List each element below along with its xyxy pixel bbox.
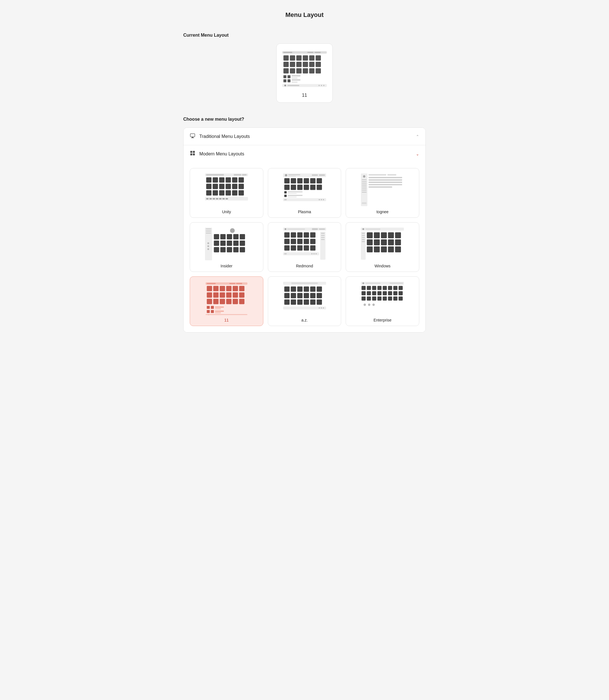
- layout-card-windows[interactable]: Windows: [346, 222, 419, 272]
- svg-rect-120: [206, 228, 211, 229]
- svg-rect-129: [214, 241, 219, 246]
- svg-rect-226: [206, 314, 247, 315]
- unity-preview: [194, 173, 259, 207]
- svg-rect-130: [220, 241, 226, 246]
- tognee-preview: [350, 173, 415, 207]
- svg-rect-98: [284, 199, 286, 200]
- svg-rect-208: [220, 292, 225, 298]
- svg-rect-41: [190, 153, 192, 155]
- svg-rect-67: [209, 198, 212, 200]
- svg-rect-248: [304, 300, 309, 305]
- accordion-traditional-header[interactable]: Traditional Menu Layouts ⌃: [184, 128, 425, 145]
- svg-point-99: [318, 199, 320, 200]
- svg-rect-204: [232, 286, 238, 291]
- svg-point-169: [311, 253, 312, 254]
- svg-rect-81: [297, 178, 302, 184]
- svg-rect-216: [232, 299, 238, 304]
- layout-card-enterprise[interactable]: Enterprise: [346, 276, 419, 326]
- svg-rect-158: [291, 239, 296, 244]
- svg-rect-205: [239, 286, 244, 291]
- layout-card-plasma[interactable]: Plasma: [268, 168, 342, 218]
- layout-card-unity[interactable]: Unity: [190, 168, 263, 218]
- svg-rect-62: [226, 190, 231, 196]
- svg-rect-258: [390, 282, 403, 284]
- svg-rect-151: [321, 239, 325, 240]
- svg-rect-44: [206, 174, 224, 175]
- modern-chevron-icon: ⌄: [416, 152, 419, 156]
- svg-rect-272: [388, 291, 392, 295]
- svg-rect-271: [383, 291, 387, 295]
- redmond-label: Redmond: [296, 264, 313, 268]
- svg-rect-218: [207, 306, 209, 309]
- layout-card-11[interactable]: 11: [190, 276, 263, 326]
- svg-rect-175: [361, 232, 366, 260]
- svg-point-35: [323, 85, 324, 86]
- choose-section: Choose a new menu layout? Traditional Me…: [183, 117, 426, 332]
- svg-rect-198: [229, 283, 236, 284]
- svg-point-31: [284, 85, 286, 86]
- svg-rect-250: [317, 300, 322, 305]
- svg-rect-153: [291, 233, 296, 238]
- svg-rect-137: [233, 247, 239, 252]
- svg-rect-28: [292, 79, 300, 80]
- layout-card-insider[interactable]: Insider: [190, 222, 263, 272]
- svg-rect-217: [239, 299, 244, 304]
- layout-card-az[interactable]: a.z.: [268, 276, 342, 326]
- svg-rect-224: [215, 310, 224, 312]
- svg-rect-211: [239, 292, 244, 298]
- svg-rect-86: [291, 185, 296, 190]
- svg-rect-116: [369, 184, 402, 185]
- svg-rect-273: [393, 291, 398, 295]
- svg-rect-9: [315, 55, 321, 61]
- svg-rect-25: [292, 78, 297, 79]
- svg-rect-27: [288, 79, 291, 82]
- svg-rect-281: [393, 296, 398, 301]
- svg-rect-56: [226, 184, 231, 189]
- layout-card-tognee[interactable]: tognee: [346, 168, 419, 218]
- svg-rect-112: [387, 174, 396, 175]
- svg-rect-113: [369, 177, 402, 178]
- svg-rect-190: [395, 239, 401, 245]
- svg-rect-168: [284, 253, 286, 254]
- traditional-chevron-icon: ⌃: [416, 134, 419, 139]
- svg-rect-50: [226, 177, 231, 183]
- svg-rect-18: [296, 68, 302, 74]
- svg-rect-174: [366, 228, 380, 229]
- svg-rect-122: [206, 233, 211, 234]
- svg-rect-131: [227, 241, 232, 246]
- insider-label: Insider: [221, 264, 232, 268]
- svg-point-123: [230, 228, 235, 233]
- svg-rect-115: [369, 182, 402, 183]
- svg-rect-52: [239, 177, 244, 183]
- svg-rect-161: [310, 239, 315, 244]
- svg-rect-223: [211, 310, 214, 313]
- svg-rect-136: [227, 247, 232, 252]
- layout-card-redmond[interactable]: Redmond: [268, 222, 342, 272]
- svg-rect-188: [381, 239, 387, 245]
- svg-rect-155: [304, 233, 309, 238]
- accordion-modern-header[interactable]: Modern Menu Layouts ⌄: [184, 145, 425, 163]
- svg-point-33: [318, 85, 320, 86]
- plasma-preview: [272, 173, 337, 207]
- tognee-label: tognee: [377, 209, 388, 214]
- svg-rect-53: [206, 184, 211, 189]
- svg-rect-261: [372, 286, 377, 290]
- svg-rect-221: [215, 308, 221, 309]
- svg-rect-13: [303, 62, 308, 67]
- svg-rect-15: [315, 62, 321, 67]
- svg-rect-268: [367, 291, 371, 295]
- svg-rect-200: [207, 286, 212, 291]
- svg-rect-265: [393, 286, 398, 290]
- svg-rect-46: [242, 174, 247, 175]
- svg-point-100: [320, 199, 322, 200]
- svg-rect-77: [312, 174, 318, 176]
- svg-rect-145: [312, 228, 318, 230]
- svg-rect-138: [240, 247, 245, 252]
- svg-rect-79: [284, 178, 290, 184]
- svg-rect-270: [378, 291, 382, 295]
- svg-rect-91: [284, 191, 286, 193]
- svg-rect-128: [240, 234, 245, 239]
- svg-rect-48: [213, 177, 218, 183]
- svg-rect-176: [362, 233, 365, 234]
- svg-rect-239: [284, 293, 290, 298]
